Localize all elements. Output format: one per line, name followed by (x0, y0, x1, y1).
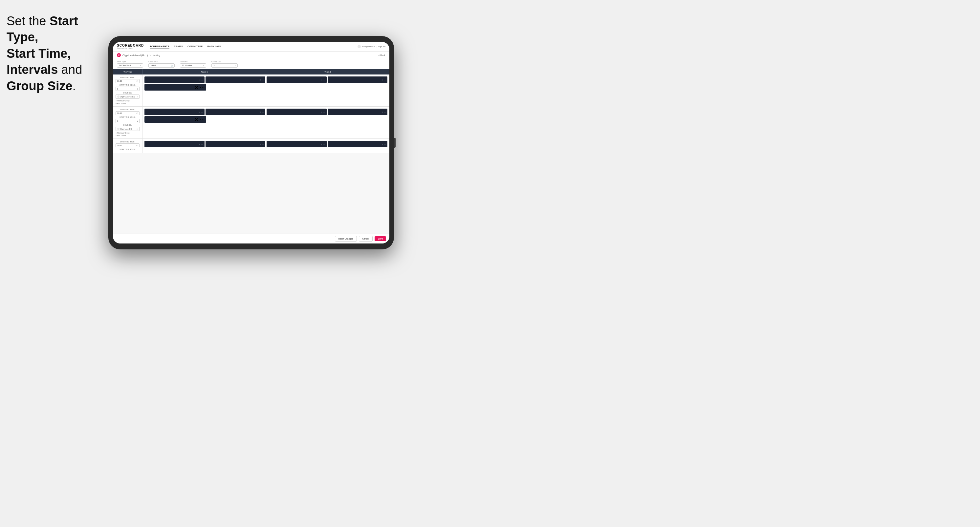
team-slot-4b: ✕ ⋯ (328, 109, 388, 115)
group-size-field: Group Size 3 ▾ (212, 61, 238, 68)
slot-dots-icon-13[interactable]: ⋯ (323, 143, 325, 145)
course-pill-1: (A) Peachtree GC ✕ (116, 95, 140, 99)
slot-x-icon-2[interactable]: ✕ (259, 79, 261, 81)
slot-dots-icon-8[interactable]: ⋯ (200, 116, 205, 123)
group-size-label: Group Size (212, 61, 238, 63)
chevron-down-icon-2: ▾ (203, 65, 204, 67)
clock-icon-2: ⏱ (136, 112, 138, 114)
slot-x-icon-10[interactable]: ✕ (382, 111, 383, 113)
table-body: STARTING TIME: 10:00 ⏱ STARTING HOLE: 1 … (113, 75, 389, 233)
start-time-value: 10:00 (150, 64, 156, 67)
tab-teams[interactable]: TEAMS (174, 44, 183, 49)
intervals-select[interactable]: 10 Minutes ▾ (180, 63, 206, 68)
clock-icon: 🕐 (171, 65, 173, 67)
starting-time-input-2[interactable]: 10:10 ⏱ (116, 111, 140, 115)
table-row: STARTING TIME: 10:10 ⏱ STARTING HOLE: 1 … (113, 106, 389, 139)
team1-col-3: ✕ ⋯ ✕ ⋯ (145, 141, 265, 151)
starting-hole-input-1[interactable]: 1 ▾ (116, 87, 140, 91)
starting-hole-label-1: STARTING HOLE: (116, 84, 140, 86)
slot-x-icon-12[interactable]: ✕ (259, 143, 261, 145)
slot-x-icon-7[interactable]: ✕ (259, 111, 261, 113)
starting-time-label-2: STARTING TIME: (116, 109, 140, 111)
team1-col-2: ✕ ⋯ ✕ ⋯ ✕ ⋯ (145, 109, 265, 137)
team2-col-1: ✕ ⋯ ✕ ⋯ (267, 76, 387, 104)
course-name-1: (A) Peachtree GC (121, 96, 135, 98)
course-label-1: COURSE: (116, 92, 140, 94)
starting-hole-input-2[interactable]: 1 ▾ (116, 119, 140, 123)
slot-x-icon-13[interactable]: ✕ (321, 143, 322, 145)
tab-tournaments[interactable]: TOURNAMENTS (150, 44, 169, 49)
breadcrumb-bar: C Clippd Invitational (Mo...) > Hosting … (113, 51, 389, 59)
intervals-label: Intervals (180, 61, 206, 63)
slot-dots-icon-14[interactable]: ⋯ (384, 143, 386, 145)
slot-dots-icon-10[interactable]: ⋯ (384, 111, 386, 113)
course-name-2: East Lake GC (121, 128, 132, 130)
start-time-field: Start Time 10:00 🕐 (148, 61, 175, 68)
start-type-select[interactable]: 1st Tee Start ▾ (117, 63, 143, 68)
cancel-button[interactable]: Cancel (359, 236, 372, 241)
nav-tabs: TOURNAMENTS TEAMS COMMITTEE RANKINGS (150, 44, 358, 49)
tab-rankings[interactable]: RANKINGS (207, 44, 221, 49)
remove-course-2[interactable]: ✕ (137, 128, 138, 130)
reset-changes-button[interactable]: Reset Changes (335, 236, 357, 241)
add-group-2[interactable]: + Add Group (116, 135, 140, 137)
tournament-link[interactable]: Clippd Invitational (Mo...) (123, 54, 148, 56)
slot-dots-icon-5[interactable]: ⋯ (384, 79, 386, 81)
tab-committee[interactable]: COMMITTEE (188, 44, 203, 49)
tablet-screen: SCOREBOARD Powered by clippd TOURNAMENTS… (113, 42, 389, 243)
slot-dots-icon-12[interactable]: ⋯ (262, 143, 264, 145)
start-type-value: 1st Tee Start (119, 64, 130, 67)
starting-time-input-3[interactable]: 10:20 ⏱ (116, 143, 140, 147)
slot-x-icon-9[interactable]: ✕ (321, 111, 322, 113)
remove-group-2[interactable]: ○ Remove Group (116, 132, 140, 134)
slot-dots-icon-4[interactable]: ⋯ (323, 79, 325, 81)
slot-dots-icon[interactable]: ⋯ (201, 79, 203, 81)
logo-text: SCOREBOARD (117, 44, 144, 47)
save-button[interactable]: Save (375, 236, 386, 241)
team-slot-3b: ✕ ⋯ (205, 109, 266, 115)
slot-x-icon-6[interactable]: ✕ (199, 111, 200, 113)
slot-dots-icon-3[interactable]: ⋯ (200, 84, 205, 90)
starting-time-label-1: STARTING TIME: (116, 76, 140, 78)
intervals-value: 10 Minutes (182, 64, 192, 67)
tee-actions-2: ○ Remove Group + Add Group (116, 132, 140, 137)
col-team1: Team 1 (143, 69, 266, 75)
team-slot-3a: ✕ ⋯ (145, 109, 205, 115)
slot-dots-icon-7[interactable]: ⋯ (262, 111, 264, 113)
slot-dots-icon-11[interactable]: ⋯ (201, 143, 203, 145)
slot-x-icon-3[interactable]: ✕ (194, 84, 199, 90)
starting-time-input-1[interactable]: 10:00 ⏱ (116, 79, 140, 83)
team-slot-2a: ✕ ⋯ (267, 76, 327, 83)
slot-x-icon-5[interactable]: ✕ (382, 79, 383, 81)
table-row: STARTING TIME: 10:00 ⏱ STARTING HOLE: 1 … (113, 75, 389, 106)
sign-out-link[interactable]: Sign out (378, 46, 385, 48)
remove-course-1[interactable]: ✕ (137, 96, 138, 98)
slot-x-icon[interactable]: ✕ (199, 79, 200, 81)
slot-x-icon-8[interactable]: ✕ (194, 116, 199, 123)
team-slot-3c: ✕ ⋯ (145, 116, 206, 123)
course-icon-1 (117, 95, 119, 98)
start-time-select[interactable]: 10:00 🕐 (148, 63, 175, 68)
slot-x-icon-4[interactable]: ✕ (321, 79, 322, 81)
team-slot-5a: ✕ ⋯ (145, 141, 205, 147)
starting-hole-label-2: STARTING HOLE: (116, 116, 140, 118)
course-pill-2: East Lake GC ✕ (116, 127, 140, 131)
table-header: Tee Time Team 1 Team 2 (113, 69, 389, 75)
slot-dots-icon-9[interactable]: ⋯ (323, 111, 325, 113)
team-slot-2b: ✕ ⋯ (328, 76, 388, 83)
starting-time-label-3: STARTING TIME: (116, 141, 140, 143)
group-size-select[interactable]: 3 ▾ (212, 63, 238, 68)
remove-group-1[interactable]: ○ Remove Group (116, 100, 140, 102)
slot-x-icon-11[interactable]: ✕ (199, 143, 200, 145)
breadcrumb: C Clippd Invitational (Mo...) > Hosting (117, 53, 160, 57)
slot-x-icon-14[interactable]: ✕ (382, 143, 383, 145)
slot-dots-icon-2[interactable]: ⋯ (262, 79, 264, 81)
col-team2: Team 2 (266, 69, 389, 75)
action-bar: Reset Changes Cancel Save (113, 233, 389, 243)
instruction-text: Set the Start Type, Start Time, Interval… (6, 13, 108, 94)
add-group-1[interactable]: + Add Group (116, 102, 140, 104)
chevron-icon-1: ▾ (137, 87, 138, 90)
slot-dots-icon-6[interactable]: ⋯ (201, 111, 203, 113)
team-slot-1a: ✕ ⋯ (145, 76, 205, 83)
back-button[interactable]: < Back (378, 54, 385, 56)
